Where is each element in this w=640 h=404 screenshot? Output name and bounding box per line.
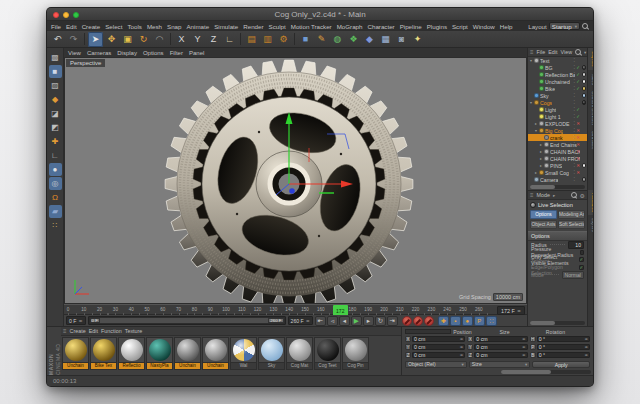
light-tool-icon[interactable]: ✦ [410,32,425,47]
menu-sculpt[interactable]: Sculpt [269,23,286,30]
viewport-canvas[interactable]: Perspective [64,57,527,304]
layer-dots-icon[interactable]: ⁚ [574,177,575,182]
environment-icon[interactable]: ▦ [378,32,393,47]
layout-dropdown[interactable]: Startup▾ [549,22,580,30]
property-checkbox[interactable] [580,250,584,255]
search-icon[interactable] [582,23,589,30]
panel-tab-takes[interactable]: Takes [588,70,594,88]
material-cog-teet[interactable]: Cog Teet [314,337,341,370]
panel-tab-objects[interactable]: Objects [588,48,594,70]
material-wal[interactable]: Wal [230,337,257,370]
spline-pen-icon[interactable]: ✎ [314,32,329,47]
redo-icon[interactable]: ↷ [66,32,81,47]
menu-simulate[interactable]: Simulate [214,23,238,30]
material-tag-icon[interactable] [582,79,587,84]
texture-mode-icon[interactable]: ▨ [49,79,62,92]
scale-icon[interactable]: ▣ [120,32,135,47]
material-tag-icon[interactable] [582,65,587,70]
loop-button[interactable]: ↻ [375,316,386,326]
layer-dots-icon[interactable]: ⁚ [574,114,575,119]
disabled-x-icon[interactable]: ✕ [576,142,580,147]
layer-dots-icon[interactable]: ⁚ [574,121,575,126]
goto-end-button[interactable]: ⇥ [387,316,398,326]
layer-dots-icon[interactable]: ⁚ [574,79,575,84]
panel-tab-content-browser[interactable]: Content Browser [588,88,594,128]
object-row-sky[interactable]: Sky⁚ [528,92,587,99]
panel-tab-structure[interactable]: Structure [588,128,594,153]
attribute-tab-soft-selection[interactable]: Soft Selection [558,220,585,229]
range-slider[interactable]: 0 F 260 F [88,316,286,325]
primitive-cube-icon[interactable]: ■ [298,32,313,47]
menu-tools[interactable]: Tools [127,23,141,30]
render-view-icon[interactable]: ▤ [244,32,259,47]
layer-dots-icon[interactable]: ⁚ [574,107,575,112]
stepper-icon[interactable]: ◂▸ [460,337,464,341]
polygons-mode-icon[interactable]: ◩ [49,121,62,134]
object-row-text[interactable]: ▾Text⁚ [528,57,587,64]
next-frame-button[interactable]: ▸ [363,316,374,326]
object-row-reflection-bar[interactable]: Reflection Bar⁚✓ [528,71,587,78]
menu-pipeline[interactable]: Pipeline [400,23,422,30]
coordinate-field[interactable]: 0 cm◂▸ [474,352,527,359]
enabled-check-icon[interactable]: ✓ [576,107,580,112]
property-dropdown[interactable]: Normal [562,271,584,279]
viewport-mouse-icon[interactable]: ● [49,163,62,176]
menu-mesh[interactable]: Mesh [147,23,162,30]
current-frame-field[interactable]: 172 F◂▸ [497,306,525,315]
coordinate-field[interactable]: 0 °◂▸ [537,344,590,351]
play-reverse-button[interactable]: ◃ [327,316,338,326]
property-checkbox[interactable]: ✓ [579,257,584,262]
stepper-icon[interactable]: ◂▸ [460,345,464,349]
layer-dots-icon[interactable]: ⁚ [574,72,575,77]
disabled-x-icon[interactable]: ✕ [576,135,580,140]
coordinate-field[interactable]: 0 cm◂▸ [474,336,527,343]
generator-icon[interactable]: ◍ [330,32,345,47]
menu-select[interactable]: Select [105,23,122,30]
object-row-camera[interactable]: Camera⁚ [528,176,587,183]
stepper-icon[interactable]: ◂▸ [584,337,588,341]
move-icon[interactable]: ✥ [104,32,119,47]
viewport-menu-filter[interactable]: Filter [170,50,183,56]
live-selection-icon[interactable]: ➤ [88,32,103,47]
range-end-handle[interactable]: 260 F [268,318,283,323]
record-button[interactable] [402,316,412,326]
key-rotation-toggle[interactable]: ● [462,316,473,326]
play-button[interactable]: ▶ [351,316,362,326]
coordinate-field[interactable]: 0 cm◂▸ [412,336,465,343]
search-icon[interactable] [575,49,582,56]
enabled-check-icon[interactable]: ✓ [576,65,580,70]
object-manager-menu-file[interactable]: File [537,49,546,55]
object-row-big-cog[interactable]: ▾Big Cog⁚✕ [528,127,587,134]
menu-character[interactable]: Character [367,23,394,30]
axis-mode-icon[interactable]: ✚ [49,135,62,148]
autokey-button[interactable] [413,316,423,326]
options-section-header[interactable]: Options [528,231,587,241]
object-row-cogs[interactable]: ▾Cogs⁚ [528,99,587,106]
object-row-bg[interactable]: BG⁚✓ [528,64,587,71]
coordinate-field[interactable]: 0 cm◂▸ [412,344,465,351]
material-nastypla[interactable]: NastyPla [146,337,173,370]
attribute-tab-object-axis[interactable]: Object Axis [530,220,557,229]
viewport-menu-panel[interactable]: Panel [189,50,204,56]
timeline-ruler[interactable]: 0102030405060708090100110120130140150160… [64,304,527,315]
disabled-x-icon[interactable]: ✕ [576,163,580,168]
menu-render[interactable]: Render [243,23,263,30]
stepper-icon[interactable]: ◂▸ [522,337,526,341]
interactive-render-icon[interactable]: ◎ [49,177,62,190]
layer-dots-icon[interactable]: ⁚ [574,86,575,91]
stepper-icon[interactable]: ◂▸ [460,353,464,357]
object-row-unchained[interactable]: Unchained⁚✓ [528,78,587,85]
disabled-x-icon[interactable]: ✕ [576,121,580,126]
material-tag-icon[interactable] [582,93,587,98]
object-row-chain-front[interactable]: ▸CHAIN FRONT⁚✕ [528,155,587,162]
gear-icon[interactable]: ⚙ [580,192,585,199]
last-tool-icon[interactable]: ◠ [152,32,167,47]
layer-dots-icon[interactable]: ⁚ [574,128,575,133]
material-sky[interactable]: Sky [258,337,285,370]
material-cog-pin[interactable]: Cog Pin [342,337,369,370]
enabled-check-icon[interactable]: ✓ [576,114,580,119]
layer-dots-icon[interactable]: ⁚ [574,135,575,140]
layer-dots-icon[interactable]: ⁚ [574,142,575,147]
panel-menu-icon[interactable]: ≡ [530,192,534,198]
lock-x-icon[interactable]: X [174,32,189,47]
